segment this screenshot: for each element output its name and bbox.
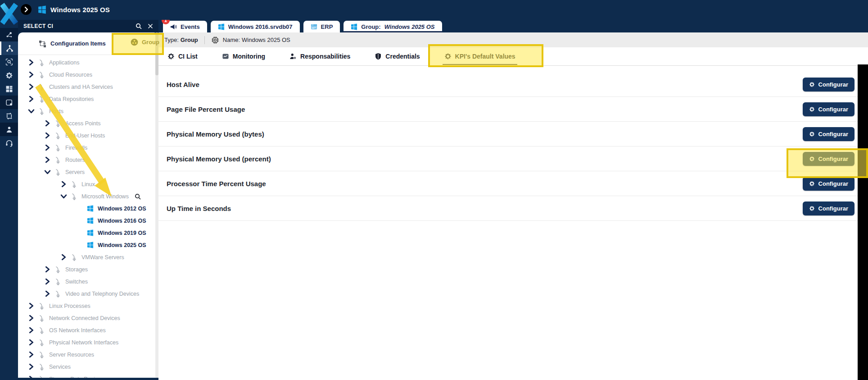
- configure-button[interactable]: Configurar: [803, 102, 854, 116]
- tree-item-label: Server Resources: [49, 352, 94, 358]
- tree-item-switches[interactable]: Switches: [18, 275, 158, 288]
- chevron-right-icon[interactable]: [28, 302, 35, 309]
- tree-item-label: Video and Telephony Devices: [65, 291, 139, 297]
- kpi-row-up-time-in-seconds: Up Time in SecondsConfigurar: [158, 196, 868, 221]
- tree-item-windows-2012-os[interactable]: Windows 2012 OS: [18, 202, 158, 215]
- configure-button-label: Configurar: [818, 131, 848, 137]
- tree-item-linux[interactable]: Linux: [18, 178, 158, 190]
- tree-item-data-repositories[interactable]: Data Repositories: [18, 93, 158, 105]
- chevron-right-icon[interactable]: [44, 120, 51, 127]
- tree-item-server-resources[interactable]: Server Resources: [18, 348, 158, 361]
- group-button-label: Group: [142, 39, 159, 46]
- tab-windows-2016-srvdb07[interactable]: Windows 2016.srvdb07: [211, 21, 300, 32]
- chevron-down-icon[interactable]: [60, 193, 67, 200]
- tree-item-video-and-telephony-devices[interactable]: Video and Telephony Devices: [18, 288, 158, 300]
- rail-item-export[interactable]: [0, 96, 18, 109]
- user-icon: [5, 126, 13, 133]
- tree-item-label: Data Repositories: [49, 96, 94, 102]
- search-icon[interactable]: [135, 23, 142, 30]
- rail-item-user[interactable]: [0, 123, 18, 136]
- tree-item-windows-2016-os[interactable]: Windows 2016 OS: [18, 215, 158, 227]
- tab-configuration-items[interactable]: Configuration Items: [39, 40, 106, 48]
- rail-item-headset[interactable]: [0, 136, 18, 150]
- configure-button[interactable]: Configurar: [803, 201, 854, 215]
- chevron-right-icon[interactable]: [44, 266, 51, 273]
- rail-item-hierarchy[interactable]: [0, 41, 18, 55]
- tree-item-access-points[interactable]: Access Points: [18, 117, 158, 129]
- rail-item-gear[interactable]: [0, 69, 18, 82]
- chevron-down-icon[interactable]: [44, 169, 51, 175]
- tree-item-network-connected-devices[interactable]: Network Connected Devices: [18, 312, 158, 324]
- tree-item-linux-processes[interactable]: Linux Processes: [18, 300, 158, 312]
- subtab-kpi-s-default-values[interactable]: KPI's Default Values: [444, 53, 515, 60]
- tree-item-label: Cloud Resources: [49, 72, 92, 78]
- gear-icon: [809, 156, 815, 162]
- tree-item-firewalls[interactable]: Firewalls: [18, 142, 158, 154]
- chevron-right-icon[interactable]: [60, 181, 67, 188]
- chevron-right-icon[interactable]: [44, 278, 51, 285]
- close-icon[interactable]: [147, 23, 154, 30]
- tree-item-os-network-interfaces[interactable]: OS Network Interfaces: [18, 324, 158, 336]
- tree-item-end-user-hosts[interactable]: End-User Hosts: [18, 129, 158, 142]
- chevron-right-icon[interactable]: [28, 96, 35, 102]
- tree-item-label: VMWare Servers: [81, 254, 124, 261]
- chevron-right-icon[interactable]: [28, 363, 35, 370]
- rail-item-scan-search[interactable]: [0, 55, 18, 69]
- tree-item-label: Microsoft Windows: [81, 193, 129, 200]
- expand-chevron-button[interactable]: [20, 4, 32, 15]
- tab-events[interactable]: 1Events: [163, 21, 207, 32]
- chevron-right-icon[interactable]: [28, 315, 35, 321]
- configure-button[interactable]: Configurar: [803, 177, 854, 191]
- chevron-right-icon[interactable]: [28, 339, 35, 346]
- chevron-right-icon[interactable]: [28, 71, 35, 78]
- chevron-right-icon[interactable]: [60, 254, 67, 261]
- branch-icon: [38, 363, 45, 371]
- chevron-right-icon[interactable]: [44, 290, 51, 297]
- tree-item-services[interactable]: Services: [18, 361, 158, 373]
- tree-scrollbar[interactable]: [155, 32, 158, 378]
- rail-item-transfer[interactable]: [0, 109, 18, 123]
- rail-item-topology[interactable]: [0, 28, 18, 41]
- search-icon[interactable]: [134, 193, 141, 200]
- tree-item-physical-network-interfaces[interactable]: Physical Network Interfaces: [18, 336, 158, 348]
- chevron-right-icon[interactable]: [28, 351, 35, 358]
- chevron-right-icon[interactable]: [28, 83, 35, 90]
- windows-icon: [87, 205, 94, 212]
- tab-label: Windows 2016.srvdb07: [228, 23, 293, 30]
- rail-item-grid[interactable]: [0, 82, 18, 96]
- tree-item-label: Linux: [81, 181, 95, 188]
- tab-group-[interactable]: Group:Windows 2025 OS: [344, 21, 442, 32]
- left-icon-rail: [0, 0, 18, 380]
- tab-erp[interactable]: ERP: [303, 21, 340, 32]
- tree-item-vmware-servers[interactable]: VMWare Servers: [18, 251, 158, 263]
- branch-icon: [38, 302, 45, 310]
- topology-icon: [5, 31, 13, 39]
- gear-icon: [5, 72, 13, 79]
- tree-item-windows-2025-os[interactable]: Windows 2025 OS: [18, 239, 158, 251]
- tree-item-cloud-resources[interactable]: Cloud Resources: [18, 69, 158, 81]
- tree-item-microsoft-windows[interactable]: Microsoft Windows: [18, 190, 158, 202]
- chevron-right-icon[interactable]: [44, 132, 51, 139]
- chevron-right-icon[interactable]: [44, 144, 51, 151]
- chevron-down-icon[interactable]: [28, 108, 35, 114]
- tree-item-clusters-and-ha-services[interactable]: Clusters and HA Services: [18, 81, 158, 93]
- subtab-credentials[interactable]: Credentials: [375, 53, 420, 60]
- tree-item-routers[interactable]: Routers: [18, 154, 158, 166]
- configure-button[interactable]: Configurar: [803, 152, 854, 166]
- group-icon: [130, 38, 139, 46]
- tree-item-storages[interactable]: Storages: [18, 263, 158, 275]
- tree-item-applications[interactable]: Applications: [18, 56, 158, 69]
- subtab-responsabilities[interactable]: Responsabilities: [289, 53, 350, 60]
- tree-item-servers[interactable]: Servers: [18, 166, 158, 178]
- subtab-monitoring[interactable]: Monitoring: [222, 53, 265, 60]
- configure-button[interactable]: Configurar: [803, 127, 854, 141]
- configure-button[interactable]: Configurar: [803, 78, 854, 92]
- subtab-ci-list[interactable]: CI List: [167, 53, 198, 60]
- group-button[interactable]: Group: [130, 38, 159, 46]
- tree-item-hosts[interactable]: Hosts: [18, 105, 158, 117]
- kpi-name: Up Time in Seconds: [167, 205, 803, 212]
- tree-item-windows-2019-os[interactable]: Windows 2019 OS: [18, 227, 158, 239]
- chevron-right-icon[interactable]: [28, 59, 35, 66]
- chevron-right-icon[interactable]: [28, 327, 35, 334]
- chevron-right-icon[interactable]: [44, 156, 51, 163]
